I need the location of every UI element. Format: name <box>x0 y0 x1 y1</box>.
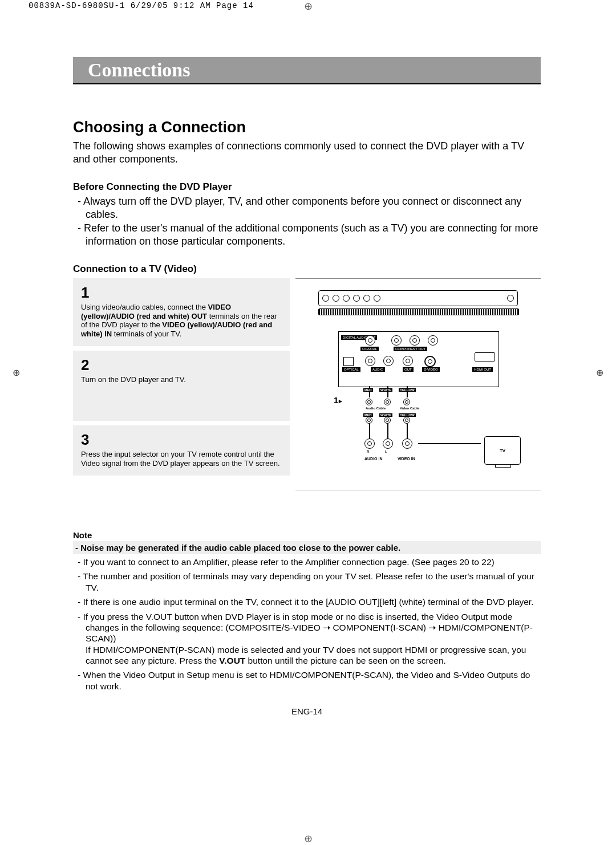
label-audio-cable: Audio Cable <box>366 407 386 410</box>
plug-yellow-top <box>403 399 410 405</box>
step-text: Using video/audio cables, connect the VI… <box>81 303 282 338</box>
label-l: L <box>385 450 387 453</box>
label-video-cable: Video Cable <box>400 407 419 410</box>
label-white: WHITE <box>379 388 392 392</box>
label-out: OUT <box>403 367 414 372</box>
label-yellow-2: YELLOW <box>399 413 416 417</box>
cable-white <box>387 386 388 397</box>
tv-audio-l-jack <box>383 438 393 449</box>
svideo-jack <box>424 356 436 367</box>
page-body: Connections Choosing a Connection The fo… <box>73 57 541 716</box>
step-number: 1 <box>81 284 282 302</box>
list-item: If you want to connect to an Amplifier, … <box>73 556 541 567</box>
component-pr-jack <box>391 335 402 346</box>
plug-yellow-bot <box>403 417 410 424</box>
list-item: If you press the V.OUT button when DVD P… <box>73 611 541 667</box>
connection-diagram: DIGITAL AUDIO OUT COAXIAL COMPONENT OUT … <box>315 290 521 473</box>
list-item: When the Video Output in Setup menu is s… <box>73 669 541 692</box>
cable-red <box>369 386 370 397</box>
tv-connector-line <box>418 443 481 444</box>
notes-list: If you want to connect to an Amplifier, … <box>73 556 541 692</box>
label-hdmi: HDMI OUT <box>472 367 493 372</box>
print-header: 00839A-SD-6980SU-1 6/29/05 9:12 AM Page … <box>29 1 254 10</box>
plug-red-top <box>366 399 372 405</box>
before-list: Always turn off the DVD player, TV, and … <box>73 195 541 247</box>
list-item: If there is one audio input terminal on … <box>73 596 541 607</box>
tv-audio-r-jack <box>364 438 375 449</box>
step-number: 3 <box>81 431 282 449</box>
tv-icon: TV <box>484 436 521 465</box>
component-pb-jack <box>410 335 420 346</box>
list-item: The number and position of terminals may… <box>73 571 541 593</box>
tv-video-jack <box>402 438 412 449</box>
crop-mark-top: ⊕ <box>304 0 313 13</box>
hdmi-jack <box>475 352 495 361</box>
intro-text: The following shows examples of connecti… <box>73 140 541 165</box>
crop-mark-right: ⊕ <box>596 367 603 378</box>
cable-red-2 <box>369 424 370 438</box>
crop-mark-bottom: ⊕ <box>304 832 313 845</box>
dvd-front-view <box>318 308 519 315</box>
label-svideo: S-VIDEO <box>422 367 440 372</box>
label-coaxial: COAXIAL <box>360 347 379 351</box>
step-text: Turn on the DVD player and TV. <box>81 375 282 384</box>
note-heading: Note <box>73 530 541 540</box>
steps-column: 1 Using video/audio cables, connect the … <box>73 278 290 490</box>
audio-l-jack <box>383 356 394 366</box>
plug-white-bot <box>384 417 391 424</box>
section-title: Connections <box>88 59 541 81</box>
cable-white-2 <box>387 424 388 438</box>
label-video-in: VIDEO IN <box>398 457 415 461</box>
cable-yellow-2 <box>407 424 408 438</box>
dvd-rear-panel: DIGITAL AUDIO OUT COAXIAL COMPONENT OUT … <box>338 331 499 387</box>
label-audio-in: AUDIO IN <box>364 457 383 461</box>
diagram-step-indicator: 1 <box>334 395 342 405</box>
section-title-bar: Connections <box>73 57 541 84</box>
dvd-rear-view <box>318 290 518 306</box>
step-2: 2 Turn on the DVD player and TV. <box>73 351 290 421</box>
label-r: R <box>367 450 369 453</box>
coaxial-jack <box>365 335 375 346</box>
optical-jack <box>343 357 354 366</box>
list-item: Refer to the user's manual of the additi… <box>73 222 541 247</box>
page-number: ENG-14 <box>73 706 541 716</box>
step-3: 3 Press the input selector on your TV re… <box>73 425 290 476</box>
note-highlight: - Noise may be generated if the audio ca… <box>73 541 541 554</box>
plug-white-top <box>384 399 391 405</box>
label-red-2: RED <box>363 413 373 417</box>
diagram-column: DIGITAL AUDIO OUT COAXIAL COMPONENT OUT … <box>295 278 541 490</box>
crop-mark-left: ⊕ <box>13 367 20 378</box>
label-red: RED <box>363 388 373 392</box>
video-out-jack <box>403 356 413 366</box>
component-y-jack <box>428 335 438 346</box>
connection-heading: Connection to a TV (Video) <box>73 263 541 275</box>
label-component-out: COMPONENT OUT <box>394 347 427 351</box>
page-heading: Choosing a Connection <box>73 119 541 136</box>
step-number: 2 <box>81 356 282 374</box>
label-audio: AUDIO <box>371 367 385 372</box>
plug-red-bot <box>366 417 372 424</box>
cable-yellow <box>407 386 408 397</box>
before-heading: Before Connecting the DVD Player <box>73 181 541 193</box>
label-white-2: WHITE <box>379 413 392 417</box>
step-1: 1 Using video/audio cables, connect the … <box>73 278 290 346</box>
list-item: Always turn off the DVD player, TV, and … <box>73 195 541 221</box>
step-text: Press the input selector on your TV remo… <box>81 450 282 468</box>
audio-r-jack <box>365 356 375 366</box>
label-optical: OPTICAL <box>342 367 360 372</box>
label-yellow: YELLOW <box>399 388 416 392</box>
